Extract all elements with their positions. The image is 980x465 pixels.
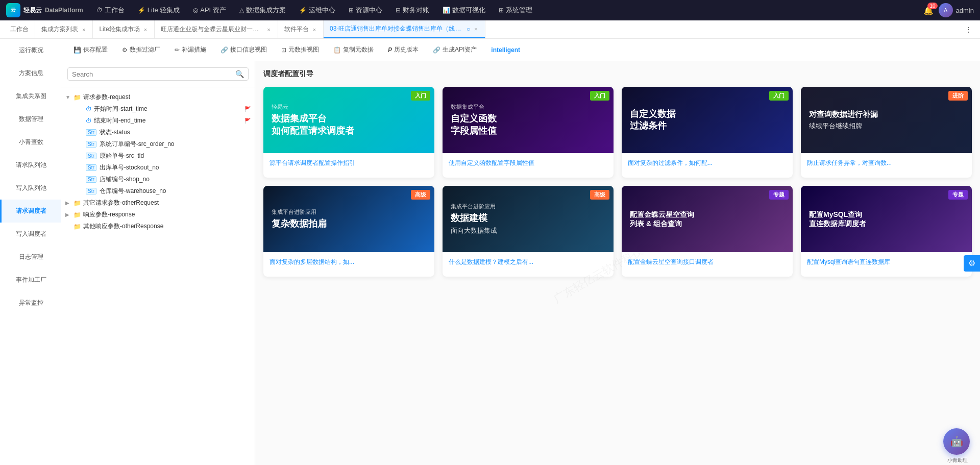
tool-tab-interface-view[interactable]: 🔗 接口信息视图: [214, 42, 273, 57]
tab-workbench[interactable]: 工作台: [4, 20, 35, 38]
thumb-title-main-5: 复杂数据拍扁: [272, 218, 426, 230]
tutorial-card-3[interactable]: 入门 自定义数据过滤条件 面对复杂的过滤条件，如何配...: [622, 87, 793, 178]
nav-sys[interactable]: ⊞ 系统管理: [494, 4, 537, 17]
tab-lite-market-close[interactable]: ×: [143, 26, 148, 33]
tree-node-request-params[interactable]: ▼ 📁 请求参数-request: [61, 91, 255, 103]
tree-node-response[interactable]: ▶ 📁 响应参数-response: [61, 209, 255, 221]
nav-dataviz[interactable]: 📊 数据可视化: [437, 4, 491, 17]
sidebar-item-write-reader[interactable]: 写入调度者: [0, 223, 61, 246]
tool-tabs: 💾 保存配置 ⚙ 数据过滤厂 ✏ 补漏措施 🔗 接口信息视图 ⊡ 元数据视图 📋: [61, 39, 980, 61]
sidebar-item-alert[interactable]: 异常监控: [0, 291, 61, 314]
admin-label: admin: [956, 7, 974, 14]
thumb-title-main-7: 配置金蝶云星空查询列表 & 组合查询: [630, 210, 785, 228]
tutorial-card-8[interactable]: 专题 配置MySQL查询直连数据库调度者 配置Mysql查询语句直连数据库: [801, 186, 972, 277]
tab-lite-market[interactable]: Lite轻集成市场 ×: [93, 20, 155, 38]
tool-tab-meta-view[interactable]: ⊡ 元数据视图: [275, 42, 325, 57]
tab-integration-list[interactable]: 集成方案列表 ×: [35, 20, 93, 38]
tree-panel: 🔍 ▼ 📁 请求参数-request ⏱ 开始时间-start_time: [61, 61, 255, 465]
sidebar-item-data-mgmt[interactable]: 数据管理: [0, 108, 61, 131]
assistant-float[interactable]: 🤖 小青助理: [943, 428, 972, 457]
tab-merge-icon: ○: [467, 26, 470, 33]
tab-merge[interactable]: 03-旺店通销售出库单对接金蝶销售出库单（线上） _合并 ○ ×: [324, 20, 485, 38]
tree-node-start-time[interactable]: ⏱ 开始时间-start_time 🚩: [61, 103, 255, 115]
tree-node-other-request[interactable]: ▶ 📁 其它请求参数-otherRequest: [61, 197, 255, 209]
tab-software[interactable]: 软件平台 ×: [278, 20, 324, 38]
tool-tab-intelligent[interactable]: intelligent: [485, 43, 526, 57]
tab-wangdiantong-close[interactable]: ×: [266, 26, 271, 33]
sidebar-item-log-mgmt[interactable]: 日志管理: [0, 246, 61, 268]
tab-integration-list-label: 集成方案列表: [41, 25, 78, 34]
tab-software-close[interactable]: ×: [312, 26, 317, 33]
guide-title: 调度者配置引导: [263, 69, 972, 79]
nav-workbench[interactable]: ⏱ 工作台: [91, 4, 130, 17]
resources-icon: ⊞: [349, 7, 354, 14]
tool-tab-data-filter[interactable]: ⚙ 数据过滤厂: [116, 42, 166, 57]
tutorial-card-5[interactable]: 高级 集成平台进阶应用 复杂数据拍扁 面对复杂的多层数据结构，如...: [263, 186, 434, 277]
tool-tab-gen-api[interactable]: 🔗 生成API资产: [427, 42, 483, 57]
supplement-label: 补漏措施: [182, 45, 206, 54]
notification-bell[interactable]: 🔔 10: [923, 6, 934, 15]
tutorial-card-2[interactable]: 入门 数据集成平台 自定义函数字段属性值 使用自定义函数配置字段属性值: [443, 87, 614, 178]
tab-integration-list-close[interactable]: ×: [81, 26, 86, 33]
tool-tab-copy-data[interactable]: 📋 复制元数据: [327, 42, 380, 57]
nav-data-integration[interactable]: △ 数据集成方案: [234, 4, 291, 17]
sidebar-item-xiaojing[interactable]: 小青查数: [0, 131, 61, 154]
gen-api-label: 生成API资产: [443, 45, 477, 54]
ops-icon: ⚡: [299, 7, 307, 14]
tool-tab-save-config[interactable]: 💾 保存配置: [67, 42, 114, 57]
tree-node-warehouse-no[interactable]: Str 仓库编号-warehouse_no: [61, 185, 255, 197]
tree-node-stockout-no[interactable]: Str 出库单号-stockout_no: [61, 162, 255, 174]
card-badge-3: 入门: [769, 91, 789, 101]
nav-resources[interactable]: ⊞ 资源中心: [344, 4, 387, 17]
settings-float-button[interactable]: ⚙: [964, 255, 980, 272]
str-badge-4: Str: [86, 164, 96, 171]
tool-tab-history[interactable]: P 历史版本: [382, 42, 425, 57]
nav-api[interactable]: ◎ API 资产: [188, 4, 231, 17]
sidebar-item-plan-info[interactable]: 方案信息: [0, 62, 61, 85]
nav-ops[interactable]: ⚡ 运维中心: [294, 4, 340, 17]
node-label-other-request: 其它请求参数-otherRequest: [83, 199, 251, 207]
logo-icon: 云: [6, 3, 20, 17]
sidebar-item-event-factory[interactable]: 事件加工厂: [0, 268, 61, 291]
sidebar-item-write-queue[interactable]: 写入队列池: [0, 177, 61, 200]
tree-node-status[interactable]: Str 状态-status: [61, 127, 255, 138]
sidebar-item-request-reader[interactable]: 请求调度者: [0, 200, 61, 223]
card-desc-7: 配置金蝶云星空查询接口调度者: [622, 252, 793, 277]
clock-icon: ⏱: [96, 7, 103, 14]
split-panel: 🔍 ▼ 📁 请求参数-request ⏱ 开始时间-start_time: [61, 61, 980, 465]
nav-finance[interactable]: ⊟ 财务对账: [390, 4, 434, 17]
history-icon: P: [388, 46, 392, 54]
tree-content: ▼ 📁 请求参数-request ⏱ 开始时间-start_time 🚩: [61, 87, 255, 465]
tab-merge-close[interactable]: ×: [473, 26, 478, 33]
nav-lite[interactable]: ⚡ Lite 轻集成: [133, 4, 185, 17]
tab-wangdiantong[interactable]: 旺店通企业版与金蝶云星辰业财一体化数据集成方案包 ×: [155, 20, 278, 38]
sidebar-item-request-queue[interactable]: 请求队列池: [0, 154, 61, 177]
tool-tab-supplement[interactable]: ✏ 补漏措施: [168, 42, 212, 57]
search-input[interactable]: [72, 70, 232, 78]
tutorial-card-7[interactable]: 专题 配置金蝶云星空查询列表 & 组合查询 配置金蝶云星空查询接口调度者: [622, 186, 793, 277]
tutorial-card-1[interactable]: 入门 轻易云 数据集成平台如何配置请求调度者 源平台请求调度者配置操作指引: [263, 87, 434, 178]
card-badge-4: 进阶: [948, 91, 968, 101]
time-icon: ⏱: [86, 106, 92, 113]
str-badge-5: Str: [86, 176, 96, 183]
tree-search: 🔍: [61, 61, 255, 87]
tree-node-src-tid[interactable]: Str 原始单号-src_tid: [61, 150, 255, 162]
node-label-other-response: 其他响应参数-otherResponse: [83, 222, 251, 231]
tabs-more-button[interactable]: ⋮: [961, 26, 976, 33]
tree-node-other-response[interactable]: 📁 其他响应参数-otherResponse: [61, 221, 255, 232]
admin-avatar[interactable]: A admin: [939, 3, 974, 17]
tree-node-shop-no[interactable]: Str 店铺编号-shop_no: [61, 174, 255, 185]
node-label-warehouse-no: 仓库编号-warehouse_no: [100, 187, 251, 195]
tutorial-card-6[interactable]: 高级 集成平台进阶应用 数据建模 面向大数据集成 什么是数据建模？建模之后有..…: [443, 186, 614, 277]
meta-view-label: 元数据视图: [288, 45, 319, 54]
node-label-shop-no: 店铺编号-shop_no: [100, 175, 251, 184]
sidebar-item-overview[interactable]: 运行概况: [0, 39, 61, 62]
tree-node-end-time[interactable]: ⏱ 结束时间-end_time 🚩: [61, 115, 255, 127]
tutorial-card-4[interactable]: 进阶 对查询数据进行补漏 续续平台继续招牌 防止请求任务异常，对查询数...: [801, 87, 972, 178]
tree-node-src-order-no[interactable]: Str 系统订单编号-src_order_no: [61, 138, 255, 150]
logo[interactable]: 云 轻易云 DataPlatform: [6, 3, 83, 17]
sidebar-item-integration-map[interactable]: 集成关系图: [0, 85, 61, 108]
card-thumbnail-2: 入门 数据集成平台 自定义函数字段属性值: [443, 87, 614, 153]
thumb-title-main-4: 对查询数据进行补漏: [809, 109, 964, 119]
search-icon[interactable]: 🔍: [235, 70, 244, 78]
